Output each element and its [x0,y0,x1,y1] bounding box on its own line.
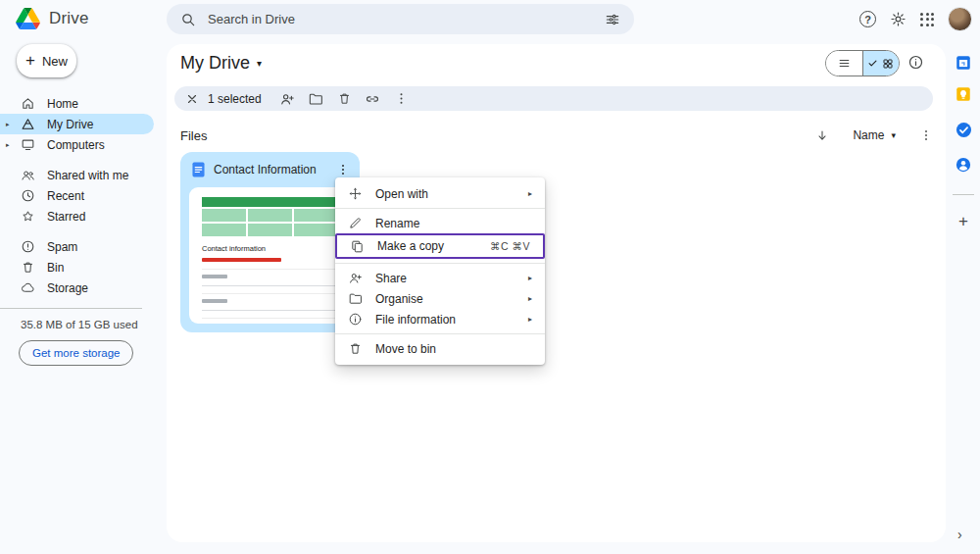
submenu-arrow-icon: ▸ [528,294,532,303]
sidebar-item-shared-with-me[interactable]: Shared with me [0,165,154,185]
menu-divider [335,263,545,264]
sidebar-item-spam[interactable]: Spam [0,236,154,257]
sidebar-item-label: Home [47,97,78,111]
keep-app-button[interactable] [954,84,973,104]
search-options-icon[interactable] [605,12,620,27]
chevron-down-icon: ▾ [257,58,262,69]
get-more-storage-button[interactable]: Get more storage [19,340,133,366]
search-bar[interactable] [167,4,634,34]
tasks-app-button[interactable] [954,120,973,139]
add-panel-app-button[interactable]: + [954,212,973,231]
page-title-label: My Drive [180,53,250,74]
menu-item-organise[interactable]: Organise ▸ [335,288,545,309]
menu-item-move-to-bin[interactable]: Move to bin [335,338,545,359]
calendar-app-button[interactable] [954,53,973,73]
trash-icon [348,341,363,356]
selected-count-label: 1 selected [208,92,262,106]
thumbnail-form-field [202,293,338,311]
sidebar-item-label: Spam [47,240,77,254]
share-button[interactable] [273,91,302,107]
expand-arrow-icon[interactable]: ▸ [6,141,10,149]
thumbnail-required-note [202,258,281,262]
contacts-app-button[interactable] [954,155,973,175]
menu-item-rename[interactable]: Rename [335,213,545,233]
sidebar-item-label: Shared with me [47,169,128,182]
sidebar-item-label: My Drive [47,118,93,131]
view-toggle [825,50,900,76]
file-card-header: Contact Information [180,152,360,187]
drive-logo-icon [16,8,40,29]
submenu-arrow-icon: ▸ [528,315,532,324]
settings-gear-icon[interactable] [890,11,906,27]
sidebar-item-computers[interactable]: ▸ Computers [0,134,154,155]
close-icon[interactable] [185,92,199,106]
google-apps-icon[interactable] [920,13,934,26]
menu-item-file-information[interactable]: File information ▸ [335,309,545,329]
menu-divider [335,208,545,209]
page-title[interactable]: My Drive ▾ [180,53,262,74]
file-title: Contact Information [214,163,321,176]
trash-icon [21,260,35,275]
sidebar-item-recent[interactable]: Recent [0,185,154,206]
chevron-down-icon: ▾ [891,130,896,140]
search-input[interactable] [208,12,593,26]
folder-move-icon [308,91,323,107]
delete-button[interactable] [330,91,359,106]
spam-icon [21,239,35,254]
trash-icon [337,91,352,106]
files-label: Files [180,128,207,143]
contacts-icon [955,156,972,174]
menu-item-share[interactable]: Share ▸ [335,268,545,288]
sidebar-item-label: Computers [47,138,105,152]
storage-usage-text: 35.8 MB of 15 GB used [21,319,154,330]
help-icon[interactable]: ? [859,11,876,27]
app-title: Drive [49,9,89,28]
keep-icon [955,85,972,103]
sidebar-nav: Home ▸ My Drive ▸ Computers Shared with … [0,93,154,366]
list-view-icon [838,57,851,70]
account-avatar[interactable] [948,7,972,31]
star-icon [21,209,35,224]
menu-item-make-a-copy[interactable]: Make a copy ⌘C ⌘V [335,233,545,259]
sidebar-item-label: Bin [47,261,64,275]
menu-item-open-with[interactable]: Open with ▸ [335,183,545,204]
search-icon[interactable] [180,12,196,27]
home-icon [21,96,35,111]
new-button-label: New [42,54,68,69]
new-button[interactable]: + New [17,44,76,77]
sidebar-item-storage[interactable]: Storage [0,277,154,298]
list-view-button[interactable] [826,51,862,76]
thumbnail-doc-title: Contact information [202,244,338,253]
more-actions-button[interactable] [387,91,416,106]
grid-view-button[interactable] [862,51,900,76]
grid-view-icon [882,58,894,70]
thumbnail-table-header [202,197,338,207]
calendar-icon [955,54,972,72]
more-vertical-icon[interactable] [919,128,933,142]
check-icon [867,58,878,69]
sidebar-item-bin[interactable]: Bin [0,257,154,277]
menu-item-label: Move to bin [375,342,532,356]
hide-side-panel-chevron-icon[interactable]: › [957,527,962,542]
sort-by-name-button[interactable]: Name ▾ [853,128,896,142]
submenu-arrow-icon: ▸ [528,189,532,198]
tasks-icon [955,121,973,139]
get-link-button[interactable] [359,91,387,107]
file-card-contact-information[interactable]: Contact Information Contact information [180,152,360,332]
drive-home-link[interactable]: Drive [16,8,89,29]
sidebar-item-home[interactable]: Home [0,93,154,114]
sidebar-item-starred[interactable]: Starred [0,206,154,227]
thumbnail-form-field [202,269,338,286]
cloud-icon [21,280,35,295]
expand-arrow-icon[interactable]: ▸ [6,121,10,128]
submenu-arrow-icon: ▸ [528,274,532,282]
sort-direction-icon[interactable] [815,128,829,142]
sidebar-item-my-drive[interactable]: ▸ My Drive [0,114,154,134]
move-button[interactable] [302,91,330,107]
info-icon[interactable] [907,54,924,71]
google-docs-icon [192,162,205,177]
menu-item-label: File information [375,313,515,327]
pencil-icon [348,216,363,230]
shortcut-label: ⌘C ⌘V [490,240,530,252]
topbar-actions: ? [859,0,972,38]
